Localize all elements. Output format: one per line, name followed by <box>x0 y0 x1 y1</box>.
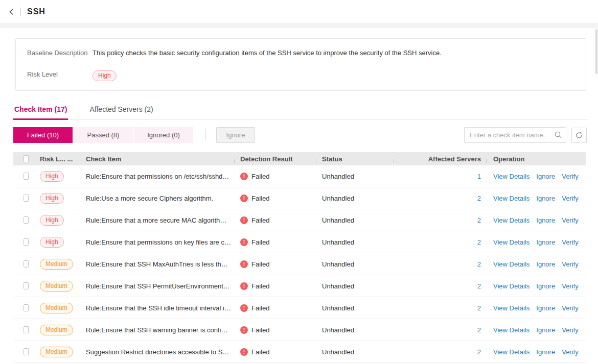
baseline-description-value: This policy checks the basic security co… <box>93 49 457 57</box>
affected-servers-link[interactable]: 2 <box>477 216 481 224</box>
ignore-link[interactable]: Ignore <box>536 260 555 268</box>
column-check-item: Check Item <box>81 155 234 163</box>
risk-badge: Medium <box>40 347 73 357</box>
verify-link[interactable]: Verify <box>562 260 579 268</box>
view-details-link[interactable]: View Details <box>493 238 530 246</box>
refresh-button[interactable] <box>571 128 587 143</box>
view-details-link[interactable]: View Details <box>493 348 530 356</box>
status-text: Unhandled <box>322 173 354 180</box>
table-row: High Rule:Use a more secure Ciphers algo… <box>13 187 586 209</box>
view-details-link[interactable]: View Details <box>493 326 530 334</box>
risk-badge: High <box>40 215 64 226</box>
ignore-link[interactable]: Ignore <box>536 282 555 290</box>
magnifier-icon[interactable] <box>554 131 562 141</box>
view-details-link[interactable]: View Details <box>493 260 530 268</box>
status-text: Unhandled <box>322 348 354 356</box>
check-item-text: Rule:Ensure that a more secure MAC algor… <box>86 216 226 224</box>
row-checkbox[interactable] <box>24 216 29 224</box>
verify-link[interactable]: Verify <box>562 304 579 312</box>
column-detection-result: Detection Result <box>234 155 316 163</box>
detection-result-text: Failed <box>251 260 269 268</box>
affected-servers-link[interactable]: 2 <box>477 195 481 202</box>
affected-servers-link[interactable]: 2 <box>477 304 481 312</box>
ignore-link[interactable]: Ignore <box>536 216 555 224</box>
table-row: High Rule:Ensure that a more secure MAC … <box>13 209 586 231</box>
table-body: High Rule:Ensure that permissions on /et… <box>13 165 586 363</box>
row-checkbox[interactable] <box>24 282 29 289</box>
verify-link[interactable]: Verify <box>562 348 579 356</box>
affected-servers-link[interactable]: 2 <box>477 282 481 290</box>
risk-level-badge: High <box>93 70 117 81</box>
exclamation-circle-icon: ! <box>240 326 248 334</box>
view-details-link[interactable]: View Details <box>493 195 530 202</box>
status-text: Unhandled <box>322 304 354 312</box>
risk-badge: High <box>40 193 64 204</box>
verify-link[interactable]: Verify <box>562 173 579 180</box>
table-row: Medium Suggestion:Restrict directories a… <box>13 341 586 363</box>
check-item-text: Rule:Ensure that SSH MaxAuthTries is les… <box>86 260 228 268</box>
detection-result-text: Failed <box>251 173 269 180</box>
affected-servers-link[interactable]: 2 <box>477 238 481 246</box>
ignore-link[interactable]: Ignore <box>536 348 555 356</box>
column-risk-level: Risk L... ... <box>32 155 81 163</box>
ignore-link[interactable]: Ignore <box>536 195 555 202</box>
check-item-text: Rule:Ensure that the SSH idle timeout in… <box>86 304 231 312</box>
ignore-button[interactable]: Ignore <box>216 127 255 143</box>
view-details-link[interactable]: View Details <box>493 173 530 180</box>
ignore-link[interactable]: Ignore <box>536 304 555 312</box>
status-text: Unhandled <box>322 238 354 246</box>
row-checkbox[interactable] <box>24 326 29 333</box>
filter-toolbar: Failed (10) Passed (8) Ignored (0) Ignor… <box>13 127 587 143</box>
page-title: SSH <box>27 7 45 16</box>
table-row: Medium Rule:Ensure that the SSH idle tim… <box>13 297 586 319</box>
filter-passed[interactable]: Passed (8) <box>74 127 133 143</box>
affected-servers-link[interactable]: 2 <box>477 260 481 268</box>
affected-servers-link[interactable]: 2 <box>477 326 481 334</box>
title-divider <box>20 8 21 16</box>
row-checkbox[interactable] <box>24 238 29 246</box>
refresh-icon <box>575 131 583 139</box>
row-checkbox[interactable] <box>24 348 29 355</box>
risk-level-label: Risk Level <box>27 70 93 78</box>
check-item-text: Rule:Ensure that permissions on /etc/ssh… <box>86 173 229 180</box>
row-checkbox[interactable] <box>24 260 29 268</box>
toolbar-divider <box>205 129 206 141</box>
verify-link[interactable]: Verify <box>562 216 579 224</box>
view-details-link[interactable]: View Details <box>493 304 530 312</box>
filter-failed[interactable]: Failed (10) <box>13 127 73 143</box>
risk-badge: Medium <box>40 325 73 335</box>
exclamation-circle-icon: ! <box>240 195 248 202</box>
baseline-description-label: Baseline Description <box>27 49 93 57</box>
ignore-link[interactable]: Ignore <box>536 326 555 334</box>
chevron-left-icon <box>8 8 15 15</box>
verify-link[interactable]: Verify <box>562 195 579 202</box>
filter-ignored[interactable]: Ignored (0) <box>134 127 193 143</box>
check-item-text: Suggestion:Restrict directories accessib… <box>86 348 229 356</box>
row-checkbox[interactable] <box>24 195 29 202</box>
ignore-link[interactable]: Ignore <box>536 238 555 246</box>
status-filter-group: Failed (10) Passed (8) Ignored (0) <box>13 127 194 143</box>
select-all-checkbox[interactable] <box>24 155 29 162</box>
affected-servers-link[interactable]: 2 <box>477 348 481 356</box>
tab-check-item[interactable]: Check Item (17) <box>13 102 68 120</box>
background-strip <box>0 23 598 28</box>
back-button[interactable] <box>6 6 17 17</box>
view-details-link[interactable]: View Details <box>493 216 530 224</box>
affected-servers-link[interactable]: 1 <box>477 173 481 180</box>
exclamation-circle-icon: ! <box>240 238 248 246</box>
detection-result-text: Failed <box>251 238 269 246</box>
row-checkbox[interactable] <box>24 304 29 311</box>
scrollbar-thumb[interactable] <box>595 29 597 74</box>
verify-link[interactable]: Verify <box>562 282 579 290</box>
tab-affected-servers[interactable]: Affected Servers (2) <box>88 102 154 119</box>
column-affected-servers: Affected Servers <box>394 155 486 163</box>
check-item-text: Rule:Ensure that SSH warning banner is c… <box>86 326 231 334</box>
ignore-link[interactable]: Ignore <box>536 173 555 180</box>
risk-badge: Medium <box>40 281 73 292</box>
search-input[interactable] <box>464 127 566 143</box>
verify-link[interactable]: Verify <box>562 326 579 334</box>
verify-link[interactable]: Verify <box>562 238 579 246</box>
view-details-link[interactable]: View Details <box>493 282 530 290</box>
row-checkbox[interactable] <box>24 173 29 180</box>
check-item-text: Rule:Ensure that permissions on key file… <box>86 238 231 246</box>
